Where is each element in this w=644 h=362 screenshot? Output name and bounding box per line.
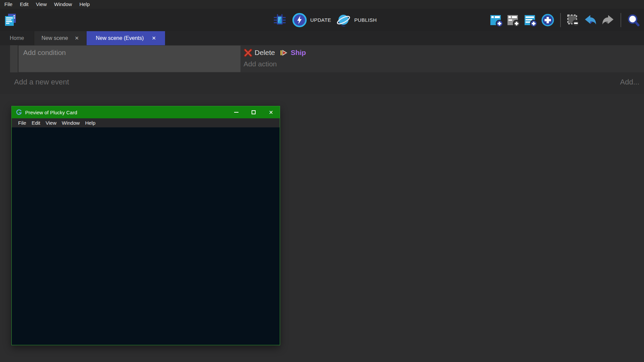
publish-button[interactable]: PUBLISH: [336, 12, 377, 28]
update-button[interactable]: UPDATE: [292, 12, 331, 28]
menu-help[interactable]: Help: [76, 0, 94, 9]
action-delete-ship[interactable]: Delete Ship: [244, 47, 644, 58]
event-drag-handle[interactable]: [10, 45, 18, 72]
add-other-event-icon: [541, 13, 555, 27]
menu-file[interactable]: File: [1, 0, 16, 9]
preview-menu-edit[interactable]: Edit: [29, 120, 43, 126]
minimize-icon: [234, 112, 238, 113]
add-button[interactable]: Add...: [620, 78, 639, 86]
minimize-button[interactable]: [227, 106, 245, 118]
project-manager-button[interactable]: [3, 13, 17, 27]
tab-new-scene-events[interactable]: New scene (Events) ✕: [87, 31, 165, 45]
tab-new-scene-label: New scene: [42, 35, 68, 41]
add-event-icon: [489, 13, 503, 27]
preview-titlebar[interactable]: Preview of Plucky Card ✕: [12, 106, 280, 118]
tab-bar: Home New scene ✕ New scene (Events) ✕: [0, 31, 644, 45]
event-row: Add condition Delete: [10, 45, 644, 72]
gdevelop-app: File Edit View Window Help: [0, 0, 644, 94]
menu-edit[interactable]: Edit: [16, 0, 32, 9]
publish-label: PUBLISH: [354, 17, 377, 23]
conditions-column[interactable]: Add condition: [18, 46, 240, 72]
add-condition-placeholder: Add condition: [23, 49, 66, 56]
tab-close-icon[interactable]: ✕: [75, 35, 79, 41]
update-bolt-icon: [292, 12, 307, 28]
preview-menu-help[interactable]: Help: [83, 120, 98, 126]
search-icon: [627, 13, 640, 27]
update-label: UPDATE: [310, 17, 331, 23]
add-subevent-button[interactable]: [506, 13, 520, 27]
debug-icon: [272, 13, 287, 27]
tab-new-scene[interactable]: New scene ✕: [34, 31, 87, 45]
toolbar-separator: [560, 13, 561, 27]
delete-cross-icon: [244, 48, 253, 57]
events-sheet: Add condition Delete: [0, 45, 644, 94]
add-action-placeholder[interactable]: Add action: [244, 60, 644, 68]
maximize-icon: [252, 110, 256, 114]
actions-column: Delete Ship Add action: [240, 45, 644, 72]
menu-view[interactable]: View: [32, 0, 50, 9]
preview-game-canvas[interactable]: [12, 127, 280, 345]
add-other-event-button[interactable]: [541, 13, 555, 27]
add-subevent-icon: [506, 13, 520, 27]
add-comment-icon: [524, 13, 537, 27]
add-new-event[interactable]: Add a new event: [14, 78, 69, 86]
new-event-row: Add a new event Add...: [0, 72, 644, 94]
main-menubar: File Edit View Window Help: [0, 0, 644, 9]
ship-object-icon: [280, 49, 288, 57]
maximize-button[interactable]: [245, 106, 262, 118]
toolbar-separator: [621, 13, 621, 27]
action-verb: Delete: [255, 49, 275, 57]
tab-new-scene-events-label: New scene (Events): [96, 35, 144, 41]
redo-button[interactable]: [601, 13, 615, 27]
close-button[interactable]: ✕: [262, 106, 280, 118]
preview-menu-window[interactable]: Window: [59, 120, 82, 126]
tab-home-label: Home: [10, 35, 24, 41]
search-button[interactable]: [627, 13, 640, 27]
main-toolbar: UPDATE PUBLISH: [0, 9, 644, 31]
debug-button[interactable]: [272, 13, 287, 27]
preview-menu-file[interactable]: File: [15, 120, 29, 126]
undo-button[interactable]: [583, 13, 597, 27]
preview-menu-view[interactable]: View: [43, 120, 59, 126]
redo-icon: [601, 13, 615, 27]
deselect-button[interactable]: [566, 13, 580, 27]
gdevelop-logo-icon: [16, 109, 22, 115]
tab-close-icon[interactable]: ✕: [152, 35, 156, 41]
preview-window-controls: ✕: [227, 106, 280, 118]
menu-window[interactable]: Window: [50, 0, 75, 9]
project-manager-icon: [3, 13, 17, 27]
tab-home[interactable]: Home: [0, 31, 34, 45]
preview-menubar: File Edit View Window Help: [12, 118, 280, 127]
action-object-name: Ship: [291, 49, 306, 57]
preview-window: Preview of Plucky Card ✕ File Edit View …: [11, 106, 280, 345]
deselect-icon: [566, 13, 580, 27]
publish-globe-icon: [336, 12, 351, 28]
add-comment-button[interactable]: [524, 13, 537, 27]
undo-icon: [583, 13, 597, 27]
preview-window-title: Preview of Plucky Card: [25, 110, 77, 115]
add-event-button[interactable]: [489, 13, 503, 27]
